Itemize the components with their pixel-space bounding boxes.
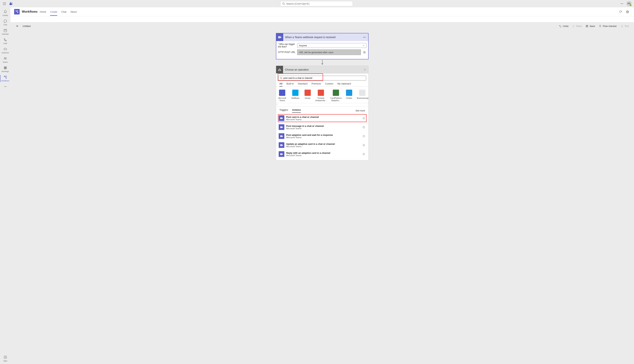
connector-item[interactable]: Chatter (346, 90, 352, 102)
save-icon (585, 24, 588, 28)
trigger-more-icon[interactable] (361, 36, 368, 39)
svg-point-22 (5, 57, 5, 58)
svg-rect-79 (282, 136, 283, 137)
svg-point-66 (282, 117, 283, 118)
svg-point-23 (6, 58, 6, 58)
sidebar-item-onedrive[interactable]: OneDrive (0, 46, 11, 55)
search-icon (280, 77, 282, 79)
info-icon[interactable] (363, 135, 365, 138)
svg-point-76 (364, 126, 364, 127)
info-icon[interactable] (363, 144, 365, 146)
refresh-icon[interactable] (618, 10, 623, 14)
action-title: Post message in a chat or channel (286, 125, 361, 128)
see-more-link[interactable]: See more (356, 110, 365, 112)
info-icon[interactable] (363, 126, 365, 128)
connector-search-input[interactable] (278, 76, 366, 80)
sidebar-item-teams[interactable]: Teams (0, 55, 11, 64)
save-button[interactable]: Save (585, 24, 595, 28)
action-teams-icon (279, 142, 284, 148)
conn-tab-custom[interactable]: Custom (325, 82, 333, 86)
app-tab-about[interactable]: About (71, 8, 77, 16)
action-item[interactable]: Post card in a chat or channelMicrosoft … (278, 114, 366, 122)
app-tab-create[interactable]: Create (50, 8, 57, 16)
svg-point-84 (282, 144, 283, 145)
svg-point-29 (4, 76, 5, 76)
info-icon[interactable] (363, 117, 365, 120)
onedrive-icon (3, 47, 8, 51)
expand-connectors[interactable] (276, 103, 368, 107)
connector-item[interactable]: Businessmap (357, 90, 367, 102)
conn-tab-all[interactable]: All (279, 82, 282, 86)
conn-tab-premium[interactable]: Premium (311, 82, 321, 86)
redo-button[interactable]: Redo (572, 24, 582, 28)
connector-item[interactable]: Microsoft Teams (278, 90, 286, 102)
action-title: Update an adaptive card in a chat or cha… (286, 143, 361, 145)
connector-name: Smarp (305, 97, 310, 99)
sidebar-item-activity[interactable]: Activity (0, 8, 11, 18)
svg-point-1 (4, 2, 5, 3)
svg-rect-89 (280, 153, 282, 155)
calendar-icon (3, 28, 8, 32)
sidebar-item-chat[interactable]: Chat (0, 18, 11, 27)
action-item[interactable]: Post message in a chat or channelMicroso… (278, 124, 366, 131)
globe-icon[interactable] (625, 10, 629, 14)
sidebar-item-bookings[interactable]: Bookings (0, 64, 11, 74)
connector-item[interactable]: Smarp (304, 90, 311, 102)
svg-point-72 (282, 126, 283, 127)
app-tab-home[interactable]: Home (40, 8, 46, 16)
search-placeholder: Search (Cmd+Opt+E) (286, 2, 309, 5)
connector-icon (346, 90, 352, 96)
teams-connector-icon: T (276, 33, 283, 41)
flow-title[interactable]: Untitled (23, 25, 31, 28)
connector-item[interactable]: Threads (Independe... (316, 90, 326, 102)
svg-point-38 (16, 11, 17, 11)
info-icon[interactable] (363, 153, 365, 156)
action-title: Reply with an adaptive card in a channel (286, 152, 361, 154)
trigger-card[interactable]: T When a Teams webhook request is receiv… (276, 33, 369, 60)
connector-name: CardPlatform Adaptive... (331, 97, 342, 102)
flask-icon (620, 24, 623, 28)
action-subtitle: Microsoft Teams (286, 145, 361, 148)
tab-triggers[interactable]: Triggers (279, 108, 288, 113)
copy-icon[interactable] (362, 50, 366, 54)
sidebar-item-calendar[interactable]: Calendar (0, 27, 11, 36)
sidebar-item-more[interactable] (0, 83, 11, 90)
action-item[interactable]: Post adaptive card and wait for a respon… (278, 132, 366, 140)
connector-search-field[interactable] (283, 77, 365, 79)
app-tab-chat[interactable]: Chat (61, 8, 66, 16)
action-subtitle: Microsoft Teams (286, 136, 361, 138)
svg-rect-65 (280, 117, 282, 119)
svg-point-5 (5, 3, 6, 4)
flow-canvas[interactable]: T When a Teams webhook request is receiv… (11, 30, 634, 364)
action-title: Post adaptive card and wait for a respon… (286, 134, 361, 136)
conn-tab-clipboard[interactable]: My clipboard (337, 82, 351, 86)
global-search-input[interactable]: Search (Cmd+Opt+E) (280, 1, 353, 6)
bell-icon (3, 10, 8, 14)
flow-checker-button[interactable]: Flow checker (599, 24, 617, 28)
avatar[interactable]: PS (626, 1, 632, 6)
action-item[interactable]: Reply with an adaptive card in a channel… (278, 150, 366, 158)
svg-point-82 (364, 136, 364, 136)
svg-point-17 (623, 4, 623, 4)
svg-rect-47 (586, 26, 587, 27)
svg-point-33 (5, 86, 6, 87)
connector-item[interactable]: CardPlatform Adaptive... (331, 90, 341, 102)
app-grid-icon[interactable] (2, 2, 7, 6)
sidebar-item-apps[interactable]: Apps (0, 354, 11, 363)
action-item[interactable]: Update an adaptive card in a chat or cha… (278, 142, 366, 149)
test-button[interactable]: Test (620, 24, 629, 28)
connector-item[interactable]: Staffbase (291, 90, 299, 102)
sidebar-item-workflows[interactable]: Workflows (0, 74, 11, 83)
more-options-icon[interactable] (619, 1, 624, 6)
conn-tab-builtin[interactable]: Built-in (286, 82, 294, 86)
conn-tab-standard[interactable]: Standard (298, 82, 307, 86)
sidebar-item-calls[interactable]: Calls (0, 36, 11, 46)
who-trigger-select[interactable]: Anyone (297, 43, 366, 48)
tab-actions[interactable]: Actions (292, 108, 301, 113)
back-button[interactable] (16, 24, 19, 28)
svg-rect-46 (586, 25, 588, 27)
close-operation-icon[interactable] (361, 68, 368, 71)
undo-button[interactable]: Undo (559, 24, 568, 28)
svg-point-78 (282, 135, 283, 136)
svg-point-2 (5, 2, 6, 3)
